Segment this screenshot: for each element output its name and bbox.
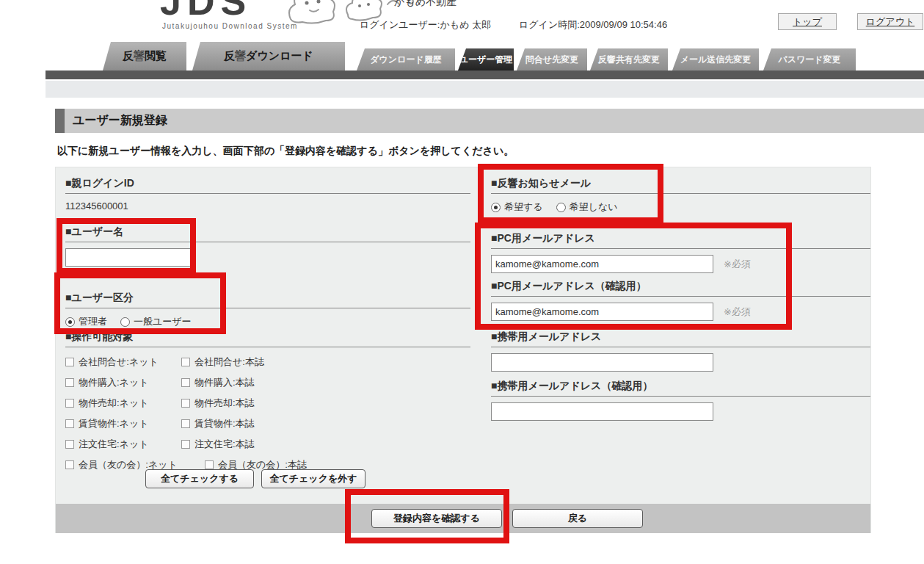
login-time-label: ログイン時間:2009/09/09 10:54:46 — [519, 18, 667, 32]
user-name-input[interactable] — [65, 248, 192, 267]
user-name-label: ■ユーザー名 — [65, 225, 470, 242]
field-mobile-mail-confirm: ■携帯用メールアドレス（確認用） — [491, 380, 870, 421]
checkbox-icon[interactable] — [181, 358, 190, 366]
tab-hankyou-etsuran[interactable]: 反響閲覧 — [103, 42, 186, 70]
checkbox-item[interactable]: 物件売却:本誌 — [181, 397, 255, 410]
field-mobile-mail: ■携帯用メールアドレス — [491, 330, 870, 372]
section-title-bar: ユーザー新規登録 — [55, 109, 924, 133]
notify-mail-option-yes[interactable]: 希望する — [491, 200, 543, 214]
radio-general-icon[interactable] — [120, 317, 130, 327]
checkbox-row: 会社問合せ:ネット 会社問合せ:本誌 — [65, 352, 470, 372]
checkbox-item[interactable]: 賃貸物件:ネット — [65, 417, 181, 430]
tab-download-rireki[interactable]: ダウンロード履歴 — [357, 48, 455, 70]
user-type-option-general[interactable]: 一般ユーザー — [120, 315, 192, 328]
notify-mail-label: ■反響お知らせメール — [491, 177, 870, 194]
checkbox-item[interactable]: 会社問合せ:ネット — [65, 355, 181, 369]
notify-mail-option-no[interactable]: 希望しない — [556, 200, 618, 214]
radio-notify-no-icon[interactable] — [556, 203, 566, 212]
checkbox-item[interactable]: 注文住宅:本誌 — [181, 438, 255, 451]
checkbox-icon[interactable] — [65, 399, 74, 408]
parent-login-id-value: 112345600001 — [65, 200, 470, 212]
operable-targets-grid: 会社問合せ:ネット 会社問合せ:本誌 物件購入:ネット 物件購入:本誌 物件売却… — [65, 352, 470, 475]
checkbox-icon[interactable] — [181, 399, 190, 408]
mobile-mail-confirm-input[interactable] — [491, 402, 713, 421]
mobile-mail-label: ■携帯用メールアドレス — [491, 330, 870, 347]
page: JDS Jutakujouhou Download System かもめ不動産 … — [0, 0, 924, 564]
check-buttons-row: 全てチェックする 全てチェックを外す — [145, 469, 365, 488]
checkbox-row: 物件売却:ネット 物件売却:本誌 — [65, 393, 470, 413]
app-logo-subtitle: Jutakujouhou Download System — [162, 22, 298, 30]
checkbox-item[interactable]: 物件売却:ネット — [65, 397, 181, 410]
pc-mail-confirm-input[interactable] — [491, 303, 713, 321]
logout-button[interactable]: ログアウト — [857, 13, 923, 30]
checkbox-item[interactable]: 賃貸物件:本誌 — [181, 417, 255, 430]
checkbox-icon[interactable] — [65, 358, 74, 366]
uncheck-all-button[interactable]: 全てチェックを外す — [261, 469, 365, 488]
checkbox-item[interactable]: 物件購入:本誌 — [181, 376, 255, 389]
user-type-label: ■ユーザー区分 — [65, 292, 470, 308]
parent-login-id-label: ■親ログインID — [65, 177, 470, 194]
checkbox-icon[interactable] — [65, 440, 74, 449]
app-logo: JDS — [160, 0, 252, 24]
checkbox-row: 物件購入:ネット 物件購入:本誌 — [65, 372, 470, 393]
tab-user-kanri[interactable]: ユーザー管理 — [458, 48, 514, 70]
checkbox-icon[interactable] — [181, 440, 190, 449]
field-parent-login-id: ■親ログインID 112345600001 — [65, 177, 470, 212]
checkbox-item[interactable]: 物件購入:ネット — [65, 376, 181, 389]
tab-hankyou-download[interactable]: 反響ダウンロード — [192, 42, 345, 70]
tab-kyouyuu-henkou[interactable]: 反響共有先変更 — [590, 48, 668, 70]
field-notify-mail: ■反響お知らせメール 希望する 希望しない — [491, 177, 870, 214]
mobile-mail-confirm-label: ■携帯用メールアドレス（確認用） — [491, 380, 870, 397]
back-button[interactable]: 戻る — [512, 509, 643, 528]
mobile-mail-input[interactable] — [491, 353, 713, 372]
page-title: ユーザー新規登録 — [73, 113, 167, 129]
tab-mail-soushin-henkou[interactable]: メール送信先変更 — [672, 48, 759, 70]
radio-notify-yes-icon[interactable] — [491, 203, 501, 212]
notify-mail-option-no-label: 希望しない — [570, 200, 618, 214]
field-pc-mail: ■PC用メールアドレス ※必須 — [491, 232, 870, 273]
pc-mail-required-note: ※必須 — [724, 258, 751, 271]
instruction-text: 以下に新規ユーザー情報を入力し、画面下部の「登録内容を確認する」ボタンを押してく… — [57, 145, 514, 158]
user-type-option-general-label: 一般ユーザー — [134, 315, 192, 328]
checkbox-icon[interactable] — [181, 419, 190, 428]
checkbox-icon[interactable] — [65, 460, 74, 469]
form-panel: ■親ログインID 112345600001 ■ユーザー名 ■ユーザー区分 管理者… — [55, 167, 871, 533]
form-bottom-bar: 登録内容を確認する 戻る — [56, 504, 870, 533]
check-all-button[interactable]: 全てチェックする — [145, 469, 254, 488]
pc-mail-confirm-required-note: ※必須 — [724, 306, 751, 319]
operable-targets-label: ■操作可能対象 — [65, 330, 470, 347]
subheader-strip — [46, 81, 924, 98]
section-title-accent — [55, 109, 65, 133]
checkbox-item[interactable]: 注文住宅:ネット — [65, 438, 181, 451]
confirm-registration-button[interactable]: 登録内容を確認する — [371, 509, 502, 528]
checkbox-row: 注文住宅:ネット 注文住宅:本誌 — [65, 434, 470, 455]
radio-admin-icon[interactable] — [65, 317, 75, 327]
field-user-name: ■ユーザー名 — [65, 225, 470, 267]
user-type-option-admin[interactable]: 管理者 — [65, 315, 107, 328]
header: JDS Jutakujouhou Download System かもめ不動産 … — [0, 0, 924, 41]
tab-password-henkou[interactable]: パスワード変更 — [763, 48, 856, 70]
checkbox-icon[interactable] — [65, 378, 74, 387]
pc-mail-label: ■PC用メールアドレス — [491, 232, 870, 249]
field-pc-mail-confirm: ■PC用メールアドレス（確認用） ※必須 — [491, 280, 870, 321]
checkbox-item[interactable]: 会社問合せ:本誌 — [181, 355, 264, 369]
pc-mail-input[interactable] — [491, 255, 713, 273]
checkbox-icon[interactable] — [181, 378, 190, 387]
field-operable-targets: ■操作可能対象 会社問合せ:ネット 会社問合せ:本誌 物件購入:ネット 物件購入… — [65, 330, 470, 475]
checkbox-icon[interactable] — [205, 460, 214, 469]
user-type-option-admin-label: 管理者 — [79, 315, 107, 328]
field-user-type: ■ユーザー区分 管理者 一般ユーザー — [65, 292, 470, 328]
tabbar-underline — [46, 70, 924, 79]
checkbox-row: 賃貸物件:ネット 賃貸物件:本誌 — [65, 413, 470, 434]
pc-mail-confirm-label: ■PC用メールアドレス（確認用） — [491, 280, 870, 297]
checkbox-icon[interactable] — [65, 419, 74, 428]
notify-mail-option-yes-label: 希望する — [504, 200, 543, 214]
top-button[interactable]: トップ — [778, 13, 837, 30]
company-name: かもめ不動産 — [394, 0, 456, 9]
login-user-label: ログインユーザー:かもめ 太郎 — [360, 18, 491, 32]
tab-toiawase-henkou[interactable]: 問合せ先変更 — [517, 48, 587, 70]
